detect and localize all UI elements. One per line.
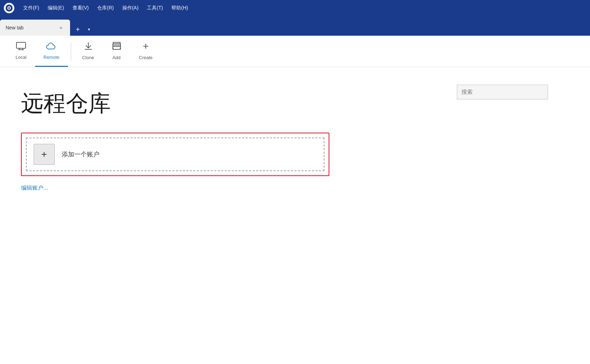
new-tab-button[interactable]: + — [71, 23, 84, 36]
menu-action[interactable]: 操作(A) — [119, 3, 142, 13]
page-title: 远程仓库 — [21, 88, 457, 119]
svg-rect-4 — [16, 42, 26, 48]
menu-help[interactable]: 帮助(H) — [168, 3, 191, 13]
content-left: 远程仓库 + 添加一个账户 编辑账户... — [21, 81, 457, 350]
content-right — [457, 81, 569, 350]
add-account-button[interactable]: + 添加一个账户 — [34, 144, 317, 165]
main-area: 远程仓库 + 添加一个账户 编辑账户... — [0, 67, 590, 364]
add-account-inner: + 添加一个账户 — [26, 138, 324, 171]
content-area: 远程仓库 + 添加一个账户 编辑账户... — [0, 67, 590, 364]
tab-bar: New tab × + ▾ — [0, 16, 590, 36]
toolbar-nav-group: Local Remote — [7, 36, 68, 67]
menu-view[interactable]: 查看(V) — [69, 3, 92, 13]
menu-bar: 文件(F) 编辑(E) 查看(V) 仓库(R) 操作(A) 工具(T) 帮助(H… — [0, 0, 590, 16]
edit-accounts-link[interactable]: 编辑账户... — [21, 184, 48, 192]
toolbar-clone-button[interactable]: Clone — [74, 36, 103, 67]
tab-label: New tab — [6, 25, 54, 30]
toolbar-action-group: Clone Add Create — [74, 36, 161, 67]
toolbar-remote-label: Remote — [43, 55, 60, 60]
toolbar-local-label: Local — [15, 55, 26, 60]
menu-tools[interactable]: 工具(T) — [143, 3, 166, 13]
toolbar-clone-label: Clone — [82, 55, 94, 60]
toolbar-divider — [71, 42, 71, 61]
svg-point-3 — [8, 7, 10, 9]
toolbar: Local Remote Clone — [0, 36, 590, 67]
menu-edit[interactable]: 编辑(E) — [44, 3, 68, 13]
clone-icon — [83, 42, 93, 53]
add-account-plus-icon: + — [34, 144, 55, 165]
toolbar-add-label: Add — [112, 55, 121, 60]
cloud-icon — [46, 42, 57, 52]
add-account-text: 添加一个账户 — [62, 150, 100, 159]
add-icon — [112, 42, 122, 53]
menu-file[interactable]: 文件(F) — [20, 3, 43, 13]
search-input[interactable] — [461, 89, 543, 95]
tab-new[interactable]: New tab × — [0, 20, 70, 36]
monitor-icon — [16, 42, 26, 52]
toolbar-remote-button[interactable]: Remote — [35, 36, 68, 67]
create-icon — [141, 42, 151, 53]
tab-close-button[interactable]: × — [57, 24, 64, 31]
toolbar-create-label: Create — [139, 55, 153, 60]
toolbar-add-button[interactable]: Add — [103, 36, 131, 67]
search-box[interactable] — [457, 85, 548, 99]
menu-repo[interactable]: 仓库(R) — [94, 3, 117, 13]
toolbar-create-button[interactable]: Create — [131, 36, 161, 67]
app-logo — [3, 2, 15, 14]
toolbar-local-button[interactable]: Local — [7, 36, 35, 67]
tab-dropdown-button[interactable]: ▾ — [84, 23, 94, 36]
add-account-container: + 添加一个账户 — [21, 133, 329, 176]
